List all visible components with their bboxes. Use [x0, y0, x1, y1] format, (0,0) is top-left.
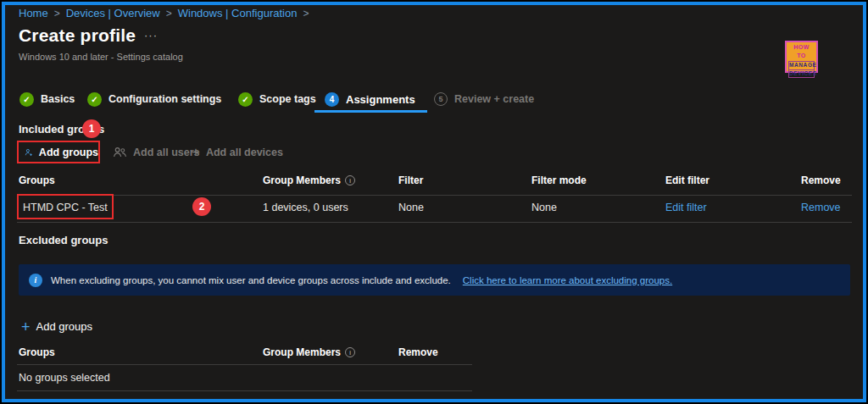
- column-header-group-members: Group Members i: [263, 174, 355, 186]
- annotation-badge-2: 2: [192, 197, 211, 216]
- howtomanagedevices-logo: HOW TO MANAGE DEVICES: [785, 41, 818, 73]
- filter-mode-cell: None: [531, 202, 557, 213]
- column-header-filter: Filter: [398, 174, 423, 186]
- info-icon[interactable]: i: [345, 347, 355, 357]
- excluded-add-groups-label: Add groups: [36, 320, 93, 333]
- excluded-column-header-group-members-label: Group Members: [263, 346, 341, 358]
- annotation-badge-1: 1: [82, 119, 101, 138]
- context-menu-ellipsis-icon[interactable]: ···: [144, 29, 158, 42]
- add-all-users-label: Add all users: [133, 147, 200, 158]
- plus-icon: +: [21, 319, 31, 335]
- tab-basics[interactable]: ✓ Basics: [19, 91, 75, 108]
- add-all-devices-button[interactable]: + Add all devices: [192, 141, 283, 163]
- excluded-column-header-groups: Groups: [19, 346, 55, 358]
- column-header-remove: Remove: [801, 174, 841, 186]
- table-row-divider: [17, 222, 852, 223]
- tab-review-create: 5 Review + create: [434, 91, 534, 108]
- no-groups-selected-text: No groups selected: [19, 372, 110, 384]
- active-tab-underline: [314, 110, 427, 113]
- check-icon: ✓: [238, 92, 253, 107]
- breadcrumb: Home > Devices | Overview > Windows | Co…: [19, 7, 309, 19]
- page-background: [5, 5, 863, 399]
- annotation-box-group-row: [17, 194, 114, 219]
- add-all-devices-label: Add all devices: [206, 147, 283, 158]
- excluded-column-header-group-members: Group Members i: [263, 346, 355, 358]
- create-profile-page: Home > Devices | Overview > Windows | Co…: [0, 0, 868, 404]
- filter-cell: None: [398, 202, 424, 213]
- page-title: Create profile: [19, 25, 136, 46]
- breadcrumb-separator: >: [303, 8, 309, 19]
- excluded-table-header-divider: [17, 364, 472, 365]
- breadcrumb-windows-configuration[interactable]: Windows | Configuration: [178, 7, 298, 19]
- add-all-users-button[interactable]: Add all users: [113, 141, 200, 163]
- table-header-divider: [17, 195, 852, 196]
- tab-assignments[interactable]: 4 Assignments: [325, 91, 415, 108]
- logo-text-bottom: DEVICES: [789, 69, 814, 78]
- info-banner-text: When excluding groups, you cannot mix us…: [51, 275, 451, 285]
- check-icon: ✓: [87, 92, 102, 107]
- excluded-add-groups-button[interactable]: + Add groups: [21, 315, 92, 338]
- step-5-icon: 5: [434, 92, 448, 106]
- info-banner-icon: i: [29, 274, 42, 287]
- add-groups-button[interactable]: Add groups: [17, 141, 100, 163]
- breadcrumb-separator: >: [54, 8, 60, 19]
- column-header-edit-filter: Edit filter: [665, 174, 709, 186]
- breadcrumb-home[interactable]: Home: [19, 7, 48, 19]
- tab-scope-tags[interactable]: ✓ Scope tags: [238, 91, 316, 108]
- tab-assignments-label: Assignments: [346, 93, 415, 106]
- column-header-group-members-label: Group Members: [263, 174, 341, 186]
- tab-review-create-label: Review + create: [454, 93, 534, 105]
- column-header-groups: Groups: [19, 174, 55, 186]
- plus-icon: +: [192, 145, 200, 159]
- step-4-icon: 4: [325, 92, 339, 107]
- person-add-icon: [25, 146, 33, 159]
- excluded-table-row-divider: [17, 390, 472, 391]
- tab-configuration-settings[interactable]: ✓ Configuration settings: [87, 91, 221, 108]
- logo-text-box: MANAGE DEVICES: [788, 61, 815, 78]
- column-header-filter-mode: Filter mode: [531, 174, 587, 186]
- check-icon: ✓: [19, 92, 34, 107]
- logo-text-middle: MANAGE: [789, 62, 814, 69]
- tab-scope-tags-label: Scope tags: [259, 93, 316, 105]
- info-icon[interactable]: i: [345, 175, 355, 185]
- breadcrumb-devices-overview[interactable]: Devices | Overview: [66, 7, 160, 19]
- remove-link[interactable]: Remove: [801, 202, 841, 213]
- logo-text-top: HOW TO: [788, 43, 815, 60]
- excluded-column-header-remove: Remove: [398, 346, 438, 358]
- people-icon: [113, 146, 127, 159]
- excluded-groups-heading: Excluded groups: [19, 234, 108, 246]
- info-banner-link[interactable]: Click here to learn more about excluding…: [463, 275, 672, 285]
- info-banner: i When excluding groups, you cannot mix …: [19, 264, 850, 296]
- edit-filter-link[interactable]: Edit filter: [665, 202, 707, 213]
- breadcrumb-separator: >: [166, 8, 172, 19]
- add-groups-label: Add groups: [39, 147, 98, 158]
- group-members-cell: 1 devices, 0 users: [263, 202, 348, 213]
- tab-configuration-settings-label: Configuration settings: [108, 93, 221, 105]
- tab-basics-label: Basics: [41, 93, 75, 105]
- page-subtitle: Windows 10 and later - Settings catalog: [19, 52, 183, 62]
